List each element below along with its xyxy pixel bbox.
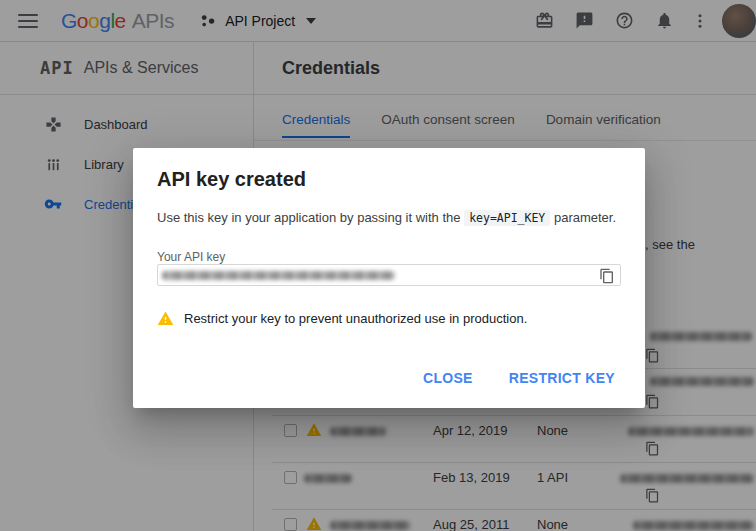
api-key-field[interactable] — [157, 264, 621, 286]
restriction-warning: Restrict your key to prevent unauthorize… — [157, 310, 527, 327]
warning-icon — [157, 310, 174, 327]
api-key-parameter-code: key=API_KEY — [464, 210, 550, 226]
api-key-created-dialog: API key created Use this key in your app… — [133, 148, 645, 408]
close-button[interactable]: CLOSE — [415, 364, 481, 392]
api-key-field-label: Your API key — [157, 250, 225, 264]
body-suffix: parameter. — [554, 210, 616, 225]
restrict-key-button[interactable]: RESTRICT KEY — [501, 364, 623, 392]
copy-icon[interactable] — [599, 268, 615, 288]
dialog-body-text: Use this key in your application by pass… — [157, 210, 616, 225]
redacted-api-key-value — [162, 271, 395, 280]
dialog-title: API key created — [157, 168, 306, 191]
dialog-actions: CLOSE RESTRICT KEY — [415, 364, 623, 392]
app-window: Google APIs API Project — [0, 0, 756, 531]
warning-text: Restrict your key to prevent unauthorize… — [184, 311, 527, 326]
body-prefix: Use this key in your application by pass… — [157, 210, 461, 225]
